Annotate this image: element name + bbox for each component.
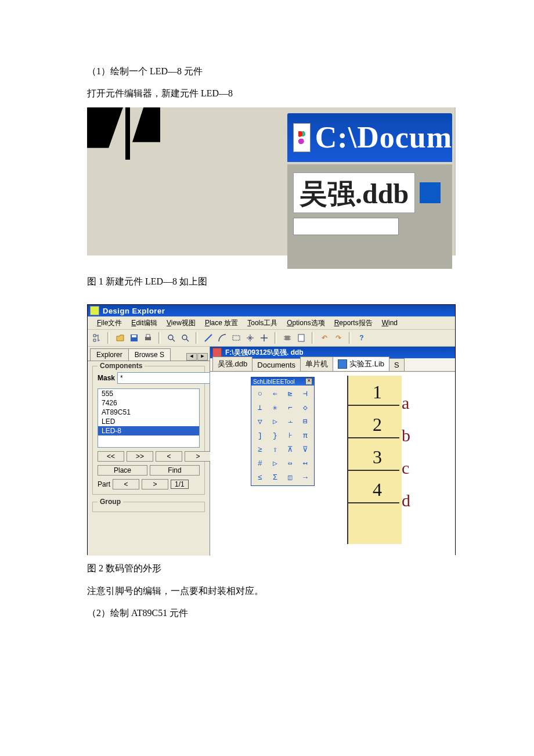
menu-window[interactable]: Wind: [380, 318, 400, 328]
palette-tool[interactable]: ⊼: [283, 443, 297, 456]
place-button[interactable]: Place: [98, 465, 147, 476]
document-tab[interactable]: S: [389, 358, 405, 371]
palette-tool[interactable]: ▷: [268, 457, 282, 470]
menu-reports[interactable]: Reports报告: [332, 317, 375, 329]
tab-browse[interactable]: Browse S: [128, 348, 171, 361]
document-tab-label: Documents: [257, 361, 295, 369]
panel-tabs: Explorer Browse S ◄ ►: [88, 348, 210, 361]
palette-close-icon[interactable]: ✕: [305, 378, 312, 385]
palette-tool[interactable]: ◫: [283, 471, 297, 484]
document-icon: [420, 182, 441, 203]
tab-scroll-right-icon[interactable]: ►: [197, 353, 208, 361]
palette-tool[interactable]: ⇐: [268, 387, 282, 400]
app-icon: [90, 306, 99, 315]
palette-tool[interactable]: →: [298, 471, 312, 484]
mask-input[interactable]: [117, 372, 210, 384]
nav-next-button[interactable]: >>: [127, 451, 153, 462]
app-icon: [293, 123, 311, 152]
window-titlebar: C:\Docum: [287, 113, 452, 162]
menu-view[interactable]: View视图: [164, 317, 198, 329]
document-tab[interactable]: Documents: [252, 358, 301, 371]
list-item[interactable]: LED: [98, 417, 199, 426]
nav-prev-button[interactable]: <: [156, 451, 182, 462]
palette-tool[interactable]: }: [268, 429, 282, 442]
schematic-canvas[interactable]: SchLibIEEETool ✕ ○⇐⊵⊣⊥✳⌐◇▽▷⫠⊟]}⊦π≥⇧⊼⊽#▷⇔…: [210, 372, 455, 556]
palette-tool[interactable]: ⊵: [283, 387, 297, 400]
document-tab-label: 吴强.ddb: [300, 175, 409, 213]
pin-line: [347, 437, 399, 438]
menu-file[interactable]: File文件: [95, 317, 124, 329]
redo-icon[interactable]: ↷: [333, 332, 344, 344]
palette-tool[interactable]: ⊟: [298, 415, 312, 428]
palette-tool[interactable]: ▷: [268, 415, 282, 428]
crosshair-icon[interactable]: [244, 332, 256, 344]
document-tab[interactable]: 吴强.ddb: [212, 357, 252, 371]
arc-icon[interactable]: [217, 332, 228, 344]
document-tab[interactable]: 吴强.ddb: [293, 172, 415, 213]
screenshot-2: Design Explorer File文件 Edit编辑 View视图 Pla…: [87, 304, 456, 555]
document-tab[interactable]: 实验五.Lib: [333, 357, 389, 371]
find-button[interactable]: Find: [150, 465, 200, 476]
palette-tool[interactable]: ⊦: [283, 429, 297, 442]
nav-last-button[interactable]: >: [185, 451, 211, 462]
menu-edit[interactable]: Edit编辑: [129, 317, 160, 329]
palette-tool[interactable]: ↤: [298, 457, 312, 470]
tool-tree-icon[interactable]: [91, 332, 103, 344]
pin-label: a: [402, 393, 443, 413]
window-content: 吴强.ddb: [287, 164, 452, 269]
palette-tool[interactable]: ✳: [268, 401, 282, 414]
palette-tool[interactable]: ○: [253, 387, 267, 400]
palette-tool[interactable]: ≤: [253, 471, 267, 484]
rect-icon[interactable]: [230, 332, 242, 344]
list-item[interactable]: 555: [98, 389, 199, 398]
help-icon[interactable]: ?: [356, 332, 367, 344]
nav-first-button[interactable]: <<: [98, 451, 124, 462]
list-item[interactable]: AT89C51: [98, 408, 199, 417]
menu-options[interactable]: Options选项: [284, 317, 327, 329]
menu-tools[interactable]: Tools工具: [245, 317, 280, 329]
palette-tool[interactable]: ]: [253, 429, 267, 442]
palette-tool[interactable]: ⊣: [298, 387, 312, 400]
palette-tool[interactable]: ⇧: [268, 443, 282, 456]
window-title: C:\Docum: [315, 120, 452, 154]
palette-tool[interactable]: ⌐: [283, 401, 297, 414]
palette-tool[interactable]: ⊥: [253, 401, 267, 414]
svg-rect-6: [233, 336, 240, 340]
library-icon: [338, 359, 347, 369]
save-icon[interactable]: [128, 332, 140, 344]
palette-tool[interactable]: π: [298, 429, 312, 442]
pin-label: c: [402, 458, 443, 478]
palette-tool[interactable]: ⫠: [283, 415, 297, 428]
palette-tool[interactable]: ◇: [298, 401, 312, 414]
components-list[interactable]: 5557426AT89C51LEDLED-8: [98, 388, 200, 448]
paragraph-4: （2）绘制 AT89C51 元件: [87, 604, 447, 622]
tab-scroll-left-icon[interactable]: ◄: [186, 353, 197, 361]
open-icon[interactable]: [114, 332, 126, 344]
zoom-in-icon[interactable]: [165, 332, 177, 344]
print-icon[interactable]: [142, 332, 154, 344]
palette-tool[interactable]: ⊽: [298, 443, 312, 456]
palette-tool[interactable]: Σ: [268, 471, 282, 484]
tab-explorer[interactable]: Explorer: [90, 348, 129, 361]
right-panel: F:\吴强093125\吴强. ddb 吴强.ddbDocuments单片机实验…: [210, 347, 455, 556]
palette-tool[interactable]: #: [253, 457, 267, 470]
decorative-shapes: [87, 107, 203, 168]
undo-icon[interactable]: ↶: [319, 332, 330, 344]
plus-icon[interactable]: [258, 332, 270, 344]
draw-line-icon[interactable]: [203, 332, 214, 344]
list-item[interactable]: 7426: [98, 398, 199, 408]
mdi-title-text: F:\吴强093125\吴强. ddb: [225, 348, 304, 358]
part-next-button[interactable]: >: [142, 479, 168, 489]
list-item[interactable]: LED-8: [98, 426, 199, 435]
document-tab[interactable]: 单片机: [300, 357, 333, 371]
palette-tool[interactable]: ≥: [253, 443, 267, 456]
page-icon[interactable]: [295, 332, 307, 344]
palette-tool[interactable]: ⇔: [283, 457, 297, 470]
zoom-out-icon[interactable]: [179, 332, 191, 344]
chip-icon[interactable]: [282, 332, 293, 344]
part-prev-button[interactable]: <: [113, 479, 139, 489]
paragraph-2: 打开元件编辑器，新建元件 LED—8: [87, 85, 447, 102]
palette-tool[interactable]: ▽: [253, 415, 267, 428]
menu-place[interactable]: Place 放置: [203, 317, 240, 329]
mdi-icon: [212, 348, 222, 357]
